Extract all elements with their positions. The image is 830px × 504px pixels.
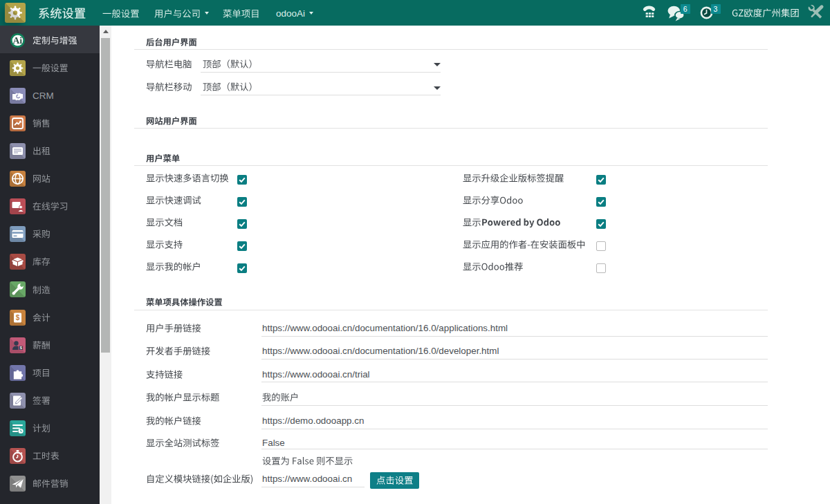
svg-text:$: $ xyxy=(16,314,20,321)
svg-text:$: $ xyxy=(20,346,22,350)
